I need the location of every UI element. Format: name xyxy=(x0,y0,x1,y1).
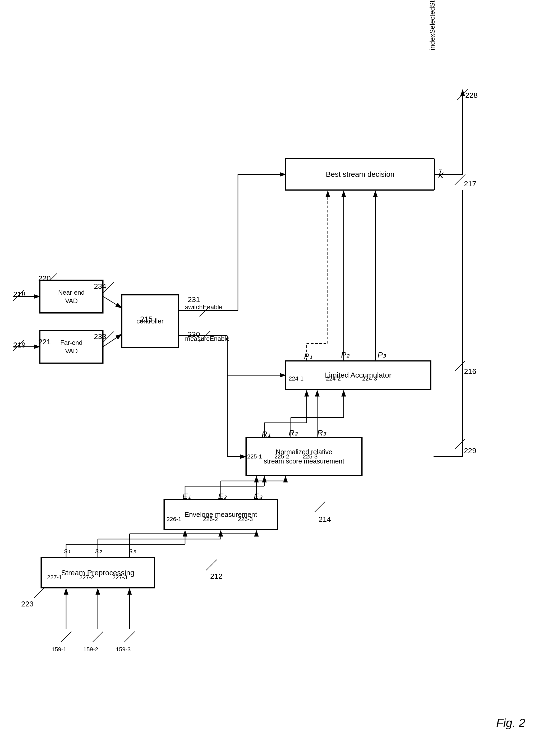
switch-enable-label: switchEnable xyxy=(185,303,222,311)
signal-e1: E₁ xyxy=(182,491,191,501)
ref-159-2: 159-2 xyxy=(83,646,98,653)
ref-216: 216 xyxy=(464,367,476,376)
ref-159-1: 159-1 xyxy=(52,646,66,653)
ref-223: 223 xyxy=(21,600,34,608)
diagram-svg xyxy=(0,0,557,756)
svg-line-76 xyxy=(455,361,465,371)
ref-227-2: 227-2 xyxy=(79,574,94,581)
near-end-vad-label: Near-endVAD xyxy=(58,288,85,305)
signal-p1: P₁ xyxy=(304,352,313,361)
ref-221: 221 xyxy=(38,338,51,346)
ref-226-3: 226-3 xyxy=(238,516,253,523)
ref-212: 212 xyxy=(210,572,223,580)
best-stream-decision-box: Best stream decision xyxy=(286,158,435,190)
ref-218: 218 xyxy=(13,290,26,299)
svg-line-80 xyxy=(34,587,45,598)
svg-line-55 xyxy=(61,632,71,642)
index-selected-stream-label: indexSelectedStream xyxy=(428,0,436,50)
ref-224-1: 224-1 xyxy=(289,375,303,382)
ref-217: 217 xyxy=(464,180,476,188)
ref-226-2: 226-2 xyxy=(203,516,218,523)
ref-231: 231 xyxy=(188,296,200,304)
ref-220: 220 xyxy=(38,274,51,283)
ref-224-3: 224-3 xyxy=(362,375,377,382)
ref-225-3: 225-3 xyxy=(303,453,318,460)
signal-p2: P₂ xyxy=(341,350,350,359)
signal-e2: E₂ xyxy=(218,491,227,501)
ref-229: 229 xyxy=(464,447,476,455)
ref-224-2: 224-2 xyxy=(326,375,341,382)
signal-r2: R₂ xyxy=(289,428,298,437)
svg-line-48 xyxy=(103,297,122,308)
signal-s3: s₃ xyxy=(129,546,136,555)
ref-230: 230 xyxy=(188,330,200,339)
envelope-measurement-box: Envelope measurement xyxy=(164,500,277,530)
svg-line-77 xyxy=(455,439,465,449)
svg-line-57 xyxy=(124,632,135,642)
ref-228: 228 xyxy=(465,91,478,100)
fig-label: Fig. 2 xyxy=(496,716,525,730)
svg-line-78 xyxy=(315,502,325,512)
signal-s2: s₂ xyxy=(95,546,102,555)
signal-e3: E₃ xyxy=(254,491,262,501)
ref-226-1: 226-1 xyxy=(167,516,181,523)
ref-214: 214 xyxy=(319,515,331,524)
signal-r3: R₃ xyxy=(317,428,326,437)
signal-r1: R₁ xyxy=(262,429,271,439)
limited-accumulator-box: Limited Accumulator xyxy=(286,361,431,390)
ref-225-2: 225-2 xyxy=(274,453,289,460)
ref-227-3: 227-3 xyxy=(112,574,127,581)
signal-s1: s₁ xyxy=(64,546,70,555)
ref-225-1: 225-1 xyxy=(247,453,262,460)
svg-line-79 xyxy=(206,560,217,570)
best-stream-decision-label: Best stream decision xyxy=(326,170,395,179)
near-end-vad-box: Near-endVAD xyxy=(40,280,103,313)
k-hat-label: k̂ xyxy=(438,169,443,180)
ref-219: 219 xyxy=(13,341,26,349)
far-end-vad-box: Far-endVAD xyxy=(40,330,103,363)
ref-234: 234 xyxy=(94,282,106,291)
ref-233: 233 xyxy=(94,332,106,341)
diagram: Stream Preprocessing Envelope measuremen… xyxy=(0,0,557,756)
ref-159-3: 159-3 xyxy=(116,646,130,653)
far-end-vad-label: Far-endVAD xyxy=(60,338,83,355)
signal-p3: P₃ xyxy=(378,350,386,359)
svg-line-56 xyxy=(92,632,103,642)
stream-preprocessing-box: Stream Preprocessing xyxy=(41,557,155,588)
svg-line-75 xyxy=(455,174,465,185)
ref-215: 215 xyxy=(140,315,152,324)
ref-227-1: 227-1 xyxy=(47,574,62,581)
